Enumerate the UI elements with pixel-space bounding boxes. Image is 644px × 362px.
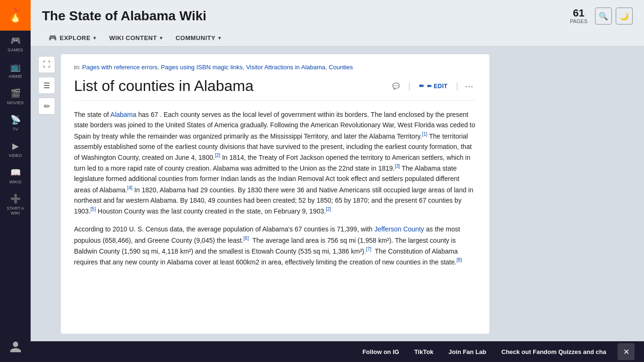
jefferson-county-link[interactable]: Jefferson County bbox=[374, 225, 424, 233]
search-button[interactable]: 🔍 bbox=[595, 8, 612, 25]
edit-label: ✏ EDIT bbox=[427, 83, 448, 90]
ref-8[interactable]: [8] bbox=[456, 257, 462, 263]
expand-tool-button[interactable]: ⛶ bbox=[38, 56, 55, 73]
article-actions: 💬 | ✏ ✏ EDIT | ⋯ bbox=[388, 79, 476, 93]
pages-label: PAGES bbox=[570, 18, 587, 24]
action-divider-2: | bbox=[456, 81, 458, 91]
list-icon: ☰ bbox=[43, 81, 50, 90]
sidebar-item-label-movies: MOVIES bbox=[7, 100, 24, 105]
nav-wiki-content-label: WIKI CONTENT bbox=[109, 34, 157, 41]
join-fan-lab-button[interactable]: Join Fan Lab bbox=[441, 345, 494, 359]
header-nav: 🎮 EXPLORE ▾ WIKI CONTENT ▾ COMMUNITY ▾ bbox=[42, 30, 633, 46]
anime-icon: 📺 bbox=[10, 62, 21, 72]
breadcrumb-link-reference-errors[interactable]: Pages with reference errors bbox=[82, 64, 157, 71]
toc-tool-button[interactable]: ☰ bbox=[38, 77, 55, 94]
sidebar: 🔥 🎮 GAMES 📺 ANIME 🎬 MOVIES 📡 TV ▶ VIDEO … bbox=[0, 0, 31, 362]
gamepad-icon: 🎮 bbox=[49, 34, 57, 41]
chevron-down-icon: ▾ bbox=[93, 35, 96, 41]
more-options-button[interactable]: ⋯ bbox=[462, 79, 476, 93]
sidebar-item-video[interactable]: ▶ VIDEO bbox=[0, 136, 31, 163]
sidebar-item-label-games: GAMES bbox=[8, 48, 23, 52]
edit-pencil-icon: ✏ bbox=[419, 82, 424, 90]
article-title-row: List of counties in Alabama 💬 | ✏ ✏ EDIT… bbox=[74, 77, 476, 101]
article-paragraph-2: According to 2010 U. S. Census data, the… bbox=[74, 224, 476, 267]
main-area: The State of Alabama Wiki 61 PAGES 🔍 🌙 🎮… bbox=[31, 0, 644, 362]
nav-community-label: COMMUNITY bbox=[175, 34, 215, 41]
sidebar-item-label-anime: ANIME bbox=[8, 74, 22, 79]
header: The State of Alabama Wiki 61 PAGES 🔍 🌙 🎮… bbox=[31, 0, 644, 47]
video-icon: ▶ bbox=[12, 141, 19, 151]
edit-article-button[interactable]: ✏ ✏ EDIT bbox=[414, 81, 453, 91]
chat-icon: 💬 bbox=[392, 82, 400, 90]
check-out-fandom-button[interactable]: Check out Fandom Quizzes and cha bbox=[494, 345, 614, 359]
ref-5[interactable]: [5] bbox=[91, 206, 96, 212]
sidebar-bottom bbox=[0, 331, 31, 362]
tiktok-button[interactable]: TikTok bbox=[407, 345, 441, 359]
dark-mode-button[interactable]: 🌙 bbox=[616, 8, 633, 25]
nav-wiki-content[interactable]: WIKI CONTENT ▾ bbox=[103, 31, 169, 46]
ref-4[interactable]: [4] bbox=[127, 185, 132, 190]
alabama-link[interactable]: Alabama bbox=[110, 111, 136, 118]
sidebar-item-label-start-wiki: START A WIKI bbox=[2, 206, 29, 215]
plus-icon: ➕ bbox=[10, 194, 21, 204]
header-right: 61 PAGES 🔍 🌙 bbox=[570, 8, 633, 25]
movies-icon: 🎬 bbox=[10, 88, 21, 99]
breadcrumb-prefix: in: bbox=[74, 64, 82, 71]
breadcrumb-link-visitor-attractions[interactable]: Visitor Attractions in Alabama bbox=[246, 64, 325, 71]
sidebar-item-tv[interactable]: 📡 TV bbox=[0, 110, 31, 136]
follow-ig-button[interactable]: Follow on IG bbox=[355, 345, 407, 359]
moon-icon: 🌙 bbox=[619, 12, 629, 21]
breadcrumb-link-isbn[interactable]: Pages using ISBN magic links bbox=[161, 64, 242, 71]
ref-1[interactable]: [1] bbox=[422, 132, 427, 137]
bottom-banner: Follow on IG TikTok Join Fan Lab Check o… bbox=[31, 341, 644, 362]
chevron-down-icon-2: ▾ bbox=[160, 35, 163, 41]
article-title: List of counties in Alabama bbox=[74, 77, 382, 95]
sidebar-item-movies[interactable]: 🎬 MOVIES bbox=[0, 83, 31, 110]
article-paragraph-1: The state of Alabama has 67 . Each count… bbox=[74, 109, 476, 216]
tv-icon: 📡 bbox=[10, 115, 21, 125]
fandom-logo[interactable]: 🔥 bbox=[0, 0, 31, 31]
ellipsis-icon: ⋯ bbox=[465, 81, 473, 91]
ref-2b[interactable]: [2] bbox=[326, 206, 331, 212]
sidebar-item-label-tv: TV bbox=[13, 127, 18, 132]
content-area: ⛶ ☰ ✏ in: Pages with reference errors, P… bbox=[31, 47, 644, 341]
sidebar-item-games[interactable]: 🎮 GAMES bbox=[0, 31, 31, 57]
banner-close-button[interactable]: ✕ bbox=[618, 343, 635, 360]
user-avatar-button[interactable] bbox=[0, 331, 31, 362]
pages-number: 61 bbox=[573, 8, 584, 18]
action-divider: | bbox=[408, 81, 411, 91]
expand-icon: ⛶ bbox=[43, 60, 50, 69]
pencil-icon: ✏ bbox=[44, 102, 50, 111]
article-panel: in: Pages with reference errors, Pages u… bbox=[61, 54, 489, 334]
wiki-title: The State of Alabama Wiki bbox=[42, 8, 206, 24]
tools-panel: ⛶ ☰ ✏ bbox=[38, 54, 55, 334]
sidebar-item-wikis[interactable]: 📖 WIKIS bbox=[0, 163, 31, 189]
breadcrumb: in: Pages with reference errors, Pages u… bbox=[74, 64, 476, 71]
ref-6[interactable]: [6] bbox=[244, 236, 249, 241]
ref-7[interactable]: [7] bbox=[366, 247, 371, 252]
talk-button[interactable]: 💬 bbox=[388, 81, 405, 91]
pages-badge: 61 PAGES bbox=[570, 8, 587, 24]
nav-explore[interactable]: 🎮 EXPLORE ▾ bbox=[42, 30, 103, 46]
ref-2[interactable]: [2] bbox=[215, 153, 220, 158]
right-panel bbox=[495, 54, 636, 334]
sidebar-item-anime[interactable]: 📺 ANIME bbox=[0, 57, 31, 83]
edit-tool-button[interactable]: ✏ bbox=[38, 98, 55, 115]
chevron-down-icon-3: ▾ bbox=[218, 35, 221, 41]
breadcrumb-link-counties[interactable]: Counties bbox=[329, 64, 353, 71]
sidebar-item-label-video: VIDEO bbox=[8, 153, 22, 158]
nav-community[interactable]: COMMUNITY ▾ bbox=[169, 31, 227, 46]
ref-3[interactable]: [3] bbox=[395, 164, 400, 169]
header-top: The State of Alabama Wiki 61 PAGES 🔍 🌙 bbox=[42, 8, 633, 25]
search-icon: 🔍 bbox=[599, 12, 608, 21]
nav-explore-label: EXPLORE bbox=[60, 34, 91, 41]
games-icon: 🎮 bbox=[10, 35, 21, 46]
close-icon: ✕ bbox=[623, 347, 629, 356]
wikis-icon: 📖 bbox=[10, 167, 21, 178]
sidebar-item-start-wiki[interactable]: ➕ START A WIKI bbox=[0, 189, 31, 220]
sidebar-item-label-wikis: WIKIS bbox=[9, 180, 22, 184]
flame-icon: 🔥 bbox=[7, 8, 24, 23]
article-body: The state of Alabama has 67 . Each count… bbox=[74, 109, 476, 267]
